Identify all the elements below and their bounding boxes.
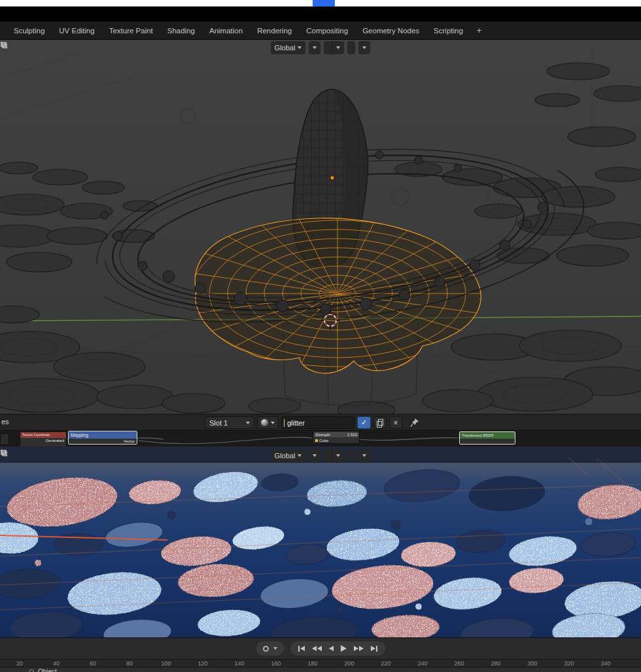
- node-title: Translucent BSDF: [460, 432, 515, 439]
- next-keyframe-button[interactable]: [353, 645, 365, 652]
- browser-accent-block[interactable]: [313, 0, 335, 7]
- frame-label: 60: [90, 660, 96, 667]
- workspace-tab-shading[interactable]: Shading: [160, 22, 202, 40]
- next-keyframe-icon: [359, 646, 364, 651]
- jump-start-icon: [300, 646, 305, 651]
- frame-label: 140: [234, 660, 244, 667]
- node-fragment: [0, 433, 9, 445]
- play-reverse-icon: [329, 646, 334, 651]
- color-swatch[interactable]: [315, 439, 318, 442]
- workspace-tab-uv-editing[interactable]: UV Editing: [52, 22, 101, 40]
- playback-transport-group: [290, 641, 385, 656]
- browser-strip: [0, 0, 641, 7]
- snap-options-dropdown[interactable]: [332, 41, 344, 54]
- frame-label: 180: [307, 660, 317, 667]
- object-channel-icon: [29, 669, 34, 672]
- viewport-render[interactable]: Global: [0, 446, 641, 637]
- object-origin-dot: [330, 176, 334, 180]
- frame-label: 120: [198, 660, 207, 667]
- material-sphere-icon: [261, 419, 268, 426]
- viewport-header: Global: [0, 41, 641, 54]
- proportional-falloff-dropdown[interactable]: [358, 41, 370, 54]
- node-title: Texture Coordinate: [20, 432, 66, 438]
- frame-label: 160: [271, 660, 281, 667]
- jump-to-end-button[interactable]: [370, 645, 379, 653]
- workspace-tab-bar: Sculpting UV Editing Texture Paint Shadi…: [0, 22, 641, 40]
- orientation-label: Global: [275, 44, 296, 52]
- falloff-curve-icon: [0, 449, 8, 457]
- window-title-band: [0, 7, 641, 22]
- close-icon: ×: [393, 418, 398, 428]
- node-strength-color[interactable]: Strength 1.510 Color: [313, 431, 360, 444]
- transform-orientation-dropdown[interactable]: Global: [271, 41, 306, 54]
- snap-options-dropdown[interactable]: [332, 449, 344, 462]
- unlink-material-button[interactable]: ×: [389, 416, 402, 429]
- play-reverse-button[interactable]: [328, 645, 335, 652]
- proportional-editing-toggle[interactable]: [347, 41, 355, 54]
- new-material-button[interactable]: [373, 416, 387, 429]
- chevron-down-icon: [246, 422, 250, 424]
- check-icon: ✓: [361, 418, 367, 427]
- prev-keyframe-button[interactable]: [311, 645, 323, 652]
- text-cursor: [284, 419, 285, 427]
- jump-to-start-button[interactable]: [297, 645, 306, 653]
- frame-label: 220: [381, 660, 390, 667]
- frame-label: 240: [417, 660, 427, 667]
- chevron-down-icon: [336, 46, 340, 49]
- node-mapping[interactable]: Mapping Vector: [68, 431, 137, 445]
- playback-sync-group: [256, 641, 284, 656]
- copy-icon: [377, 419, 383, 427]
- material-slot-select[interactable]: Slot 1: [205, 416, 254, 429]
- workspace-tab-scripting[interactable]: Scripting: [426, 22, 470, 40]
- frame-label: 200: [344, 660, 354, 667]
- play-button[interactable]: [339, 644, 348, 653]
- timeline-ruler[interactable]: 20 40 60 80 100 120 140 160 180 200 220 …: [0, 659, 641, 667]
- workspace-tab-animation[interactable]: Animation: [202, 22, 250, 40]
- viewport-3d[interactable]: Global: [0, 40, 641, 414]
- browse-material-dropdown[interactable]: [257, 416, 279, 429]
- prev-keyframe-icon: [317, 646, 322, 651]
- pivot-point-dropdown[interactable]: [309, 449, 320, 462]
- workspace-tab-texture-paint[interactable]: Texture Paint: [102, 22, 160, 40]
- workspace-tab-sculpting[interactable]: Sculpting: [7, 22, 52, 40]
- jump-end-icon: [371, 646, 375, 651]
- node-texture-coordinate[interactable]: Texture Coordinate Generated: [20, 431, 67, 446]
- node-output-vector: Vector: [69, 439, 137, 444]
- snap-toggle-button[interactable]: [324, 41, 332, 54]
- pin-icon[interactable]: [410, 418, 419, 428]
- chevron-down-icon: [313, 46, 317, 49]
- node-title: Mapping: [69, 431, 137, 439]
- workspace-tab-compositing[interactable]: Compositing: [299, 22, 355, 40]
- chevron-down-icon[interactable]: [273, 647, 277, 650]
- chevron-down-icon: [298, 46, 302, 49]
- timeline-channel-row[interactable]: Object...: [0, 667, 641, 672]
- chevron-down-icon: [298, 454, 302, 457]
- proportional-falloff-dropdown[interactable]: [358, 449, 370, 462]
- shader-menu-cut-text[interactable]: es: [1, 418, 9, 426]
- proportional-editing-toggle[interactable]: [347, 449, 355, 462]
- transform-orientation-dropdown[interactable]: Global: [271, 449, 306, 462]
- node-translucent-bsdf[interactable]: Translucent BSDF: [459, 431, 515, 445]
- timeline-playback-bar: [0, 637, 641, 659]
- frame-label: 80: [126, 660, 133, 667]
- fake-user-toggle[interactable]: ✓: [357, 416, 371, 429]
- render-viewport-header: Global: [0, 449, 641, 462]
- workspace-tab-geometry-nodes[interactable]: Geometry Nodes: [355, 22, 426, 40]
- render-scene: [0, 446, 641, 637]
- shader-node-editor[interactable]: Texture Coordinate Generated Mapping Vec…: [0, 431, 641, 446]
- node-output-generated: Generated: [20, 438, 66, 443]
- orientation-label: Global: [275, 452, 296, 460]
- material-name-field[interactable]: glitter: [281, 416, 355, 429]
- material-name-value: glitter: [287, 419, 305, 427]
- pivot-point-dropdown[interactable]: [309, 41, 320, 54]
- snap-toggle-button[interactable]: [324, 449, 332, 462]
- chevron-down-icon: [336, 454, 340, 457]
- frame-label: 20: [16, 660, 23, 667]
- add-workspace-button[interactable]: +: [470, 22, 489, 40]
- record-icon[interactable]: [263, 646, 269, 652]
- strength-value: 1.510: [347, 432, 357, 437]
- snapping-controls: [324, 41, 344, 54]
- frame-label: 320: [564, 660, 574, 667]
- object-channel-label: Object...: [38, 668, 62, 672]
- workspace-tab-rendering[interactable]: Rendering: [250, 22, 299, 40]
